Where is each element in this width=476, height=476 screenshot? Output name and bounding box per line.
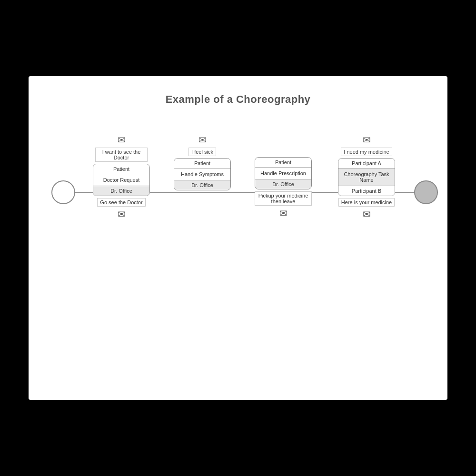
task-top-4: Participant A — [338, 159, 395, 169]
envelope-above-2 — [198, 134, 207, 146]
start-circle — [51, 180, 75, 204]
task-middle-4: Choreography Task Name — [338, 169, 395, 186]
msg-below-4: Here is your medicine — [338, 198, 395, 207]
task-top-1: Patient — [93, 164, 149, 174]
msg-below-3: Pickup your medicine then leave — [255, 191, 312, 206]
main-canvas: Example of a Choreography I want to see … — [29, 76, 447, 400]
task-group-3: Patient Handle Prescription Dr. Office P… — [255, 134, 312, 219]
task-bottom-3: Dr. Office — [255, 179, 311, 189]
task-box-3[interactable]: Patient Handle Prescription Dr. Office — [255, 157, 312, 189]
task-box-4[interactable]: Participant A Choreography Task Name Par… — [338, 158, 395, 196]
diagram-title: Example of a Choreography — [29, 76, 447, 106]
diagram-area: I want to see the Doctor Patient Doctor … — [29, 115, 447, 382]
task-middle-3: Handle Prescription — [255, 168, 311, 179]
task-top-2: Patient — [174, 159, 230, 169]
end-circle — [414, 180, 438, 204]
msg-above-2: I feel sick — [188, 148, 216, 156]
task-bottom-4: Participant B — [338, 186, 395, 196]
task-bottom-1: Dr. Office — [93, 186, 149, 196]
msg-above-1: I want to see the Doctor — [95, 148, 148, 162]
task-box-1[interactable]: Patient Doctor Request Dr. Office — [93, 164, 150, 196]
envelope-above-1 — [118, 134, 126, 146]
msg-below-1: Go see the Doctor — [97, 198, 145, 207]
task-box-2[interactable]: Patient Handle Symptoms Dr. Office — [174, 158, 231, 190]
task-group-2: I feel sick Patient Handle Symptoms Dr. … — [174, 134, 231, 190]
task-top-3: Patient — [255, 158, 311, 168]
envelope-above-4 — [363, 134, 371, 146]
task-group-4: I need my medicine Participant A Choreog… — [338, 134, 395, 220]
envelope-below-1 — [118, 208, 126, 220]
msg-above-4: I need my medicine — [341, 148, 392, 156]
envelope-below-4 — [363, 208, 371, 220]
task-bottom-2: Dr. Office — [174, 180, 230, 190]
task-middle-2: Handle Symptoms — [174, 169, 230, 180]
envelope-below-3 — [279, 208, 288, 219]
task-group-1: I want to see the Doctor Patient Doctor … — [93, 134, 150, 220]
task-middle-1: Doctor Request — [93, 174, 149, 186]
